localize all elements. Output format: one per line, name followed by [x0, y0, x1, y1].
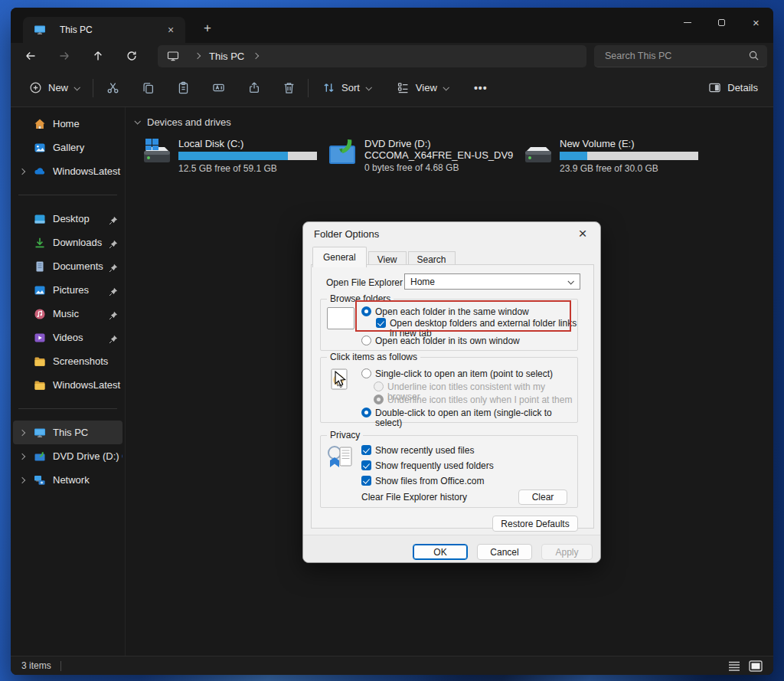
pin-icon: [109, 238, 118, 247]
breadcrumb-item-this-pc[interactable]: This PC: [209, 51, 244, 62]
radio-label[interactable]: Double-click to open an item (single-cli…: [375, 408, 577, 428]
details-pane-icon: [708, 81, 721, 94]
search-box[interactable]: [594, 45, 767, 67]
expand-chevron-icon[interactable]: [19, 476, 25, 483]
search-icon: [748, 50, 760, 61]
hard-drive-icon: [522, 138, 554, 169]
sidebar-item-this-pc[interactable]: This PC: [13, 421, 122, 444]
sidebar-divider: [18, 408, 117, 409]
checkbox-show-recent-files[interactable]: [361, 445, 371, 455]
sidebar-item-onedrive[interactable]: WindowsLatest - Pe: [13, 159, 122, 183]
minimize-button[interactable]: [670, 9, 704, 35]
onedrive-cloud-icon: [34, 165, 46, 178]
checkbox-label[interactable]: Show recently used files: [375, 446, 474, 456]
sidebar-item-pictures[interactable]: Pictures: [13, 278, 122, 302]
sort-button[interactable]: Sort: [315, 75, 378, 101]
new-button[interactable]: New: [21, 75, 87, 101]
radio-open-own-window[interactable]: [361, 336, 371, 345]
tab-close-icon[interactable]: ×: [164, 23, 178, 37]
sidebar-item-desktop[interactable]: Desktop: [13, 207, 122, 231]
expand-chevron-icon[interactable]: [19, 168, 25, 174]
checkbox-show-frequent-folders[interactable]: [361, 460, 371, 470]
maximize-icon: [718, 19, 725, 26]
drive-usage-bar: [560, 152, 698, 160]
more-options-button[interactable]: •••: [468, 75, 494, 101]
checkbox-label[interactable]: Show files from Office.com: [375, 476, 485, 486]
drive-tiles: Local Disk (C:) 12.5 GB free of 59.1 GB …: [132, 133, 773, 202]
expand-chevron-icon[interactable]: [19, 429, 25, 435]
search-input[interactable]: [605, 51, 748, 61]
sidebar-item-screenshots[interactable]: Screenshots: [13, 349, 122, 373]
sidebar-item-home[interactable]: Home: [13, 112, 122, 136]
tab-title: This PC: [60, 25, 157, 35]
checkbox-label[interactable]: Show frequently used folders: [375, 461, 494, 471]
rename-icon: [212, 81, 225, 94]
sidebar-item-network[interactable]: Network: [13, 468, 122, 492]
back-button[interactable]: [14, 44, 47, 67]
radio-label[interactable]: Open each folder in its own window: [375, 336, 520, 346]
drive-local-disk-c[interactable]: Local Disk (C:) 12.5 GB free of 59.1 GB: [141, 138, 317, 174]
cut-button[interactable]: [100, 75, 126, 101]
sidebar-item-videos[interactable]: Videos: [13, 326, 122, 349]
sidebar-item-windowslatest[interactable]: WindowsLatest: [13, 373, 122, 397]
sidebar-item-label: Downloads: [53, 237, 109, 248]
refresh-button[interactable]: [115, 44, 149, 67]
ok-button[interactable]: OK: [413, 544, 468, 560]
sidebar-item-gallery[interactable]: Gallery: [13, 136, 122, 159]
sidebar-item-music[interactable]: Music: [13, 302, 122, 326]
drive-dvd-d[interactable]: DVD Drive (D:) CCCOMA_X64FRE_EN-US_DV9 0…: [327, 138, 513, 173]
restore-defaults-button[interactable]: Restore Defaults: [492, 516, 578, 532]
expand-chevron-icon[interactable]: [19, 453, 25, 459]
dialog-close-button[interactable]: ×: [574, 225, 591, 242]
forward-icon: [58, 50, 70, 62]
maximize-button[interactable]: [704, 9, 739, 35]
drive-usage-fill: [560, 152, 587, 160]
network-icon: [34, 474, 46, 486]
sidebar-item-label: Gallery: [53, 142, 122, 153]
details-pane-button[interactable]: Details: [701, 75, 766, 101]
tab-general[interactable]: General: [312, 247, 367, 267]
new-tab-button[interactable]: +: [196, 17, 219, 40]
forward-button[interactable]: [47, 44, 81, 67]
up-button[interactable]: [81, 44, 115, 67]
checkbox-show-office-files[interactable]: [361, 476, 371, 486]
open-to-dropdown[interactable]: Home: [404, 273, 580, 290]
sidebar-item-dvd-drive[interactable]: DVD Drive (D:) CCC: [13, 444, 122, 468]
breadcrumb[interactable]: This PC: [158, 45, 586, 67]
chevron-down-icon: [567, 278, 573, 284]
section-devices-and-drives[interactable]: Devices and drives: [132, 113, 773, 130]
drive-new-volume-e[interactable]: New Volume (E:) 23.9 GB free of 30.0 GB: [522, 138, 698, 174]
cancel-button[interactable]: Cancel: [477, 544, 532, 560]
copy-button[interactable]: [135, 75, 161, 101]
large-icons-view-icon[interactable]: [749, 660, 763, 672]
chevron-down-icon: [365, 84, 371, 90]
radio-single-click[interactable]: [361, 368, 371, 378]
gallery-icon: [34, 142, 46, 154]
apply-button[interactable]: Apply: [541, 544, 593, 560]
view-button[interactable]: View: [389, 75, 456, 101]
drive-name: DVD Drive (D:): [364, 138, 513, 149]
radio-double-click[interactable]: [361, 408, 371, 417]
sidebar-item-documents[interactable]: Documents: [13, 254, 122, 278]
rename-button[interactable]: [205, 75, 231, 101]
tab-this-pc[interactable]: This PC ×: [23, 17, 185, 43]
toolbar-divider: [308, 79, 309, 97]
drive-free-space: 0 bytes free of 4.68 GB: [364, 162, 513, 173]
delete-button[interactable]: [276, 75, 302, 101]
cut-icon: [106, 81, 119, 94]
minimize-icon: [684, 22, 691, 23]
close-button[interactable]: ×: [739, 9, 773, 35]
share-button[interactable]: [240, 75, 266, 101]
details-view-icon[interactable]: [727, 660, 741, 672]
sidebar-item-label: Pictures: [53, 284, 109, 296]
radio-label[interactable]: Single-click to open an item (point to s…: [375, 369, 553, 379]
paste-button[interactable]: [170, 75, 196, 101]
window-controls: ×: [670, 8, 773, 43]
pin-icon: [109, 286, 118, 295]
clear-button[interactable]: Clear: [518, 489, 567, 505]
collapse-chevron-icon[interactable]: [134, 118, 140, 124]
sort-button-label: Sort: [341, 82, 360, 93]
sidebar-item-label: WindowsLatest: [53, 379, 122, 391]
hard-drive-icon: [141, 138, 173, 169]
sidebar-item-downloads[interactable]: Downloads: [13, 231, 122, 254]
